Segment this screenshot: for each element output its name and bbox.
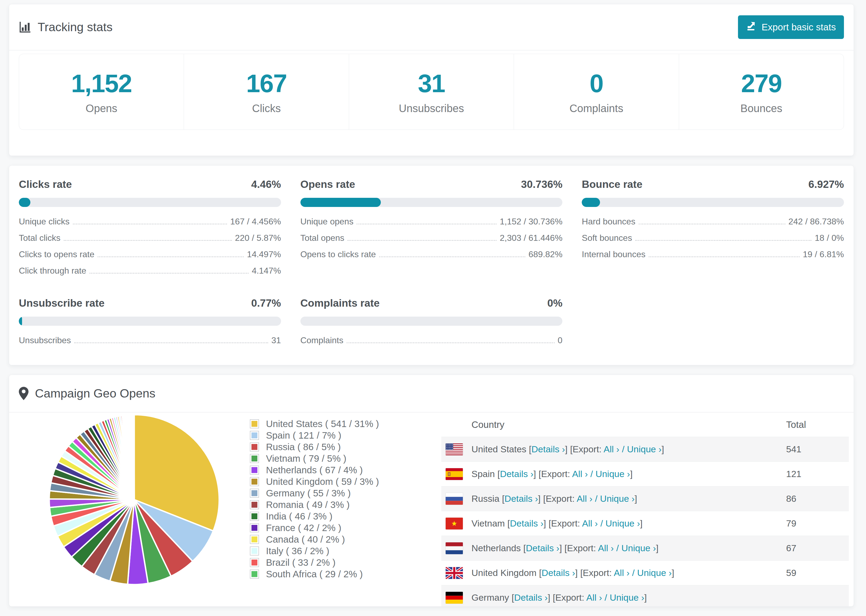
rates-card: Clicks rate4.46%Unique clicks167 / 4.456… (9, 165, 854, 365)
rate-item-value: 1,152 / 30.736% (500, 217, 562, 226)
es-flag-icon (446, 468, 463, 480)
country-name: United States (471, 444, 526, 454)
country-cell-text: United States [Details ›] [Export: All ›… (471, 444, 664, 454)
campaign-geo-opens-card: Campaign Geo Opens United States ( 541 /… (9, 375, 854, 607)
rate-progress-track (19, 198, 281, 207)
country-name: United Kingdom (471, 567, 537, 578)
rate-progress-track (301, 198, 563, 207)
unique-link[interactable]: Unique › (637, 567, 672, 578)
rate-panel-unsubscribe-rate: Unsubscribe rate0.77%Unsubscribes31 (19, 297, 281, 352)
stat-label: Clicks (252, 102, 281, 115)
table-row: Spain [Details ›] [Export: All › / Uniqu… (441, 462, 849, 486)
unique-link[interactable]: Unique › (622, 543, 656, 553)
table-row: United Kingdom [Details ›] [Export: All … (441, 560, 849, 585)
country-cell: Spain [Details ›] [Export: All › / Uniqu… (441, 468, 786, 480)
dotted-leader (347, 343, 554, 343)
dotted-leader (357, 224, 496, 225)
total-cell: 121 (786, 469, 849, 479)
unique-link[interactable]: Unique › (605, 518, 640, 528)
country-name: Vietnam (471, 518, 505, 528)
legend-swatch (250, 477, 259, 486)
legend-label: United Kingdom ( 59 / 3% ) (266, 476, 379, 487)
dotted-leader (73, 224, 227, 225)
rate-progress-track (582, 198, 844, 207)
details-link[interactable]: Details › (542, 567, 575, 578)
rate-item: Complaints0 (301, 335, 563, 345)
unique-link[interactable]: Unique › (600, 493, 635, 504)
rate-progress-track (301, 317, 563, 326)
geo-country-table: Country Total United States [Details ›] … (441, 413, 849, 607)
legend-label: India ( 46 / 3% ) (266, 511, 332, 522)
rate-items: Unique opens1,152 / 30.736%Total opens2,… (301, 217, 563, 259)
geo-content: United States ( 541 / 31% )Spain ( 121 /… (9, 413, 853, 596)
export-basic-stats-button[interactable]: Export basic stats (738, 15, 844, 39)
legend-label: United States ( 541 / 31% ) (266, 418, 379, 429)
details-link[interactable]: Details › (526, 543, 559, 553)
export-all-link[interactable]: All › (572, 469, 588, 479)
export-all-link[interactable]: All › (586, 592, 602, 603)
total-cell: 79 (786, 518, 849, 529)
table-row: Germany [Details ›] [Export: All › / Uni… (441, 585, 849, 607)
country-cell-text: Germany [Details ›] [Export: All › / Uni… (471, 592, 647, 603)
tracking-stats-card: Tracking stats Export basic stats 1,152O… (9, 4, 854, 156)
export-all-link[interactable]: All › (576, 493, 592, 504)
details-link[interactable]: Details › (531, 444, 565, 454)
legend-swatch (250, 489, 259, 498)
stat-cell-bounces: 279Bounces (679, 54, 844, 130)
rate-value: 0.77% (251, 297, 281, 309)
rate-item-value: 19 / 6.81% (803, 250, 844, 259)
rate-item-value: 14.497% (247, 250, 281, 259)
details-link[interactable]: Details › (514, 592, 548, 603)
legend-label: Germany ( 55 / 3% ) (266, 488, 351, 498)
export-all-link[interactable]: All › (598, 543, 614, 553)
export-all-link[interactable]: All › (582, 518, 598, 528)
pie-slice (134, 415, 134, 500)
export-separator: / (622, 444, 624, 454)
dotted-leader (649, 256, 800, 257)
unique-link[interactable]: Unique › (595, 469, 630, 479)
unique-link[interactable]: Unique › (610, 592, 644, 603)
table-row: United States [Details ›] [Export: All ›… (441, 437, 849, 462)
legend-label: South Africa ( 29 / 2% ) (266, 569, 363, 580)
total-cell: 59 (786, 567, 849, 578)
rate-item-label: Unique clicks (19, 217, 70, 226)
geo-card-title-text: Campaign Geo Opens (35, 387, 156, 401)
country-cell: Germany [Details ›] [Export: All › / Uni… (441, 592, 786, 603)
export-all-link[interactable]: All › (614, 567, 630, 578)
unique-link[interactable]: Unique › (627, 444, 661, 454)
legend-item: Brazil ( 33 / 2% ) (250, 556, 379, 568)
country-cell-text: Netherlands [Details ›] [Export: All › /… (471, 543, 658, 553)
table-row: Vietnam [Details ›] [Export: All › / Uni… (441, 511, 849, 536)
rate-panel-opens-rate: Opens rate30.736%Unique opens1,152 / 30.… (301, 178, 563, 282)
legend-item: Romania ( 49 / 3% ) (250, 499, 379, 511)
details-link[interactable]: Details › (500, 469, 534, 479)
details-link[interactable]: Details › (505, 493, 538, 504)
stat-cell-clicks: 167Clicks (184, 54, 349, 130)
geo-pie-chart (46, 411, 223, 588)
rate-items: Complaints0 (301, 335, 563, 345)
rate-panel-head: Unsubscribe rate0.77% (19, 297, 281, 309)
stat-label: Complaints (569, 102, 623, 115)
export-all-link[interactable]: All › (603, 444, 619, 454)
rate-item-value: 31 (271, 335, 281, 345)
legend-label: Netherlands ( 67 / 4% ) (266, 465, 363, 475)
legend-item: Vietnam ( 79 / 5% ) (250, 453, 379, 464)
dotted-leader (635, 240, 811, 241)
details-link[interactable]: Details › (510, 518, 543, 528)
rate-item-label: Clicks to opens rate (19, 250, 94, 259)
tracking-card-title-text: Tracking stats (38, 20, 112, 34)
ru-flag-icon (446, 493, 463, 505)
rate-value: 30.736% (521, 178, 562, 190)
country-column-header: Country (441, 419, 786, 430)
rate-progress-fill (301, 198, 381, 207)
export-separator: / (632, 567, 635, 578)
stat-value: 31 (418, 69, 445, 98)
stat-label: Opens (85, 102, 117, 115)
rate-panel-head: Complaints rate0% (301, 297, 563, 309)
stat-cell-unsubscribes: 31Unsubscribes (349, 54, 514, 130)
legend-swatch (250, 558, 259, 567)
dotted-leader (639, 224, 785, 225)
rate-items: Unique clicks167 / 4.456%Total clicks220… (19, 217, 281, 275)
stat-cell-opens: 1,152Opens (19, 54, 184, 130)
rate-title: Clicks rate (19, 178, 72, 190)
